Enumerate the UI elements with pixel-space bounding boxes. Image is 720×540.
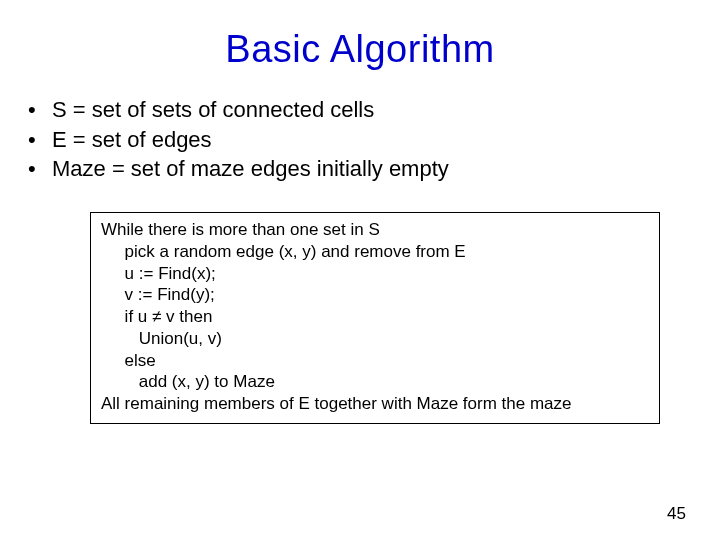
code-line: v := Find(y); <box>101 284 649 306</box>
page-number: 45 <box>667 504 686 524</box>
code-line: All remaining members of E together with… <box>101 393 649 415</box>
code-line: u := Find(x); <box>101 263 649 285</box>
code-line: if u ≠ v then <box>101 306 649 328</box>
pseudocode-box: While there is more than one set in S pi… <box>90 212 660 424</box>
code-line: else <box>101 350 649 372</box>
code-line: pick a random edge (x, y) and remove fro… <box>101 241 649 263</box>
code-line: While there is more than one set in S <box>101 219 649 241</box>
bullet-item: Maze = set of maze edges initially empty <box>28 154 720 184</box>
bullet-item: S = set of sets of connected cells <box>28 95 720 125</box>
code-line: add (x, y) to Maze <box>101 371 649 393</box>
bullet-list: S = set of sets of connected cells E = s… <box>28 95 720 184</box>
code-line: Union(u, v) <box>101 328 649 350</box>
slide-title: Basic Algorithm <box>0 28 720 71</box>
bullet-item: E = set of edges <box>28 125 720 155</box>
